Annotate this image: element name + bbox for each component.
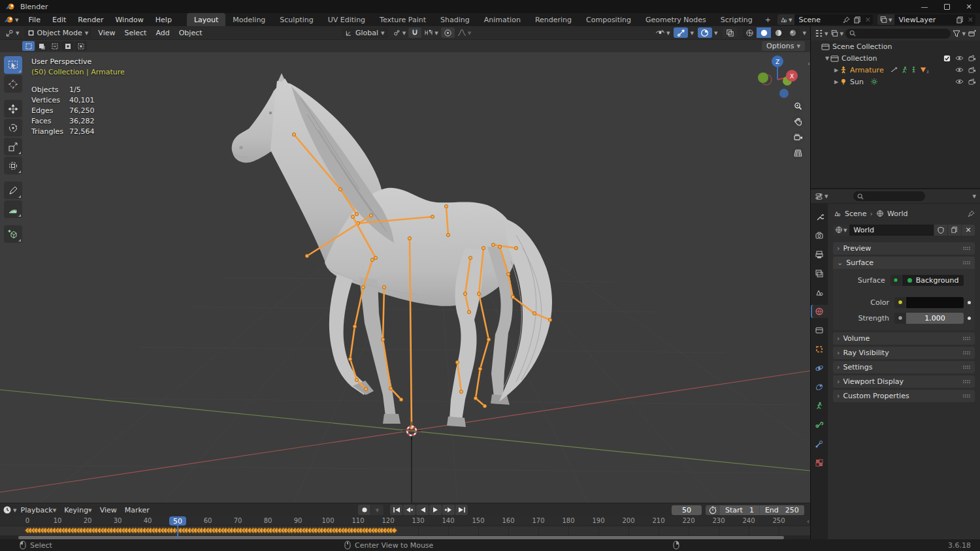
node-socket[interactable]	[894, 313, 906, 324]
timeline-editor-type-button[interactable]: ▾	[3, 505, 17, 514]
tool-move[interactable]	[4, 100, 22, 118]
new-scene-icon[interactable]	[852, 16, 863, 24]
timeline-menu-keying[interactable]: Keying ▾	[60, 506, 95, 514]
minimize-button[interactable]: —	[913, 0, 936, 13]
workspace-tab-layout[interactable]: Layout	[187, 13, 225, 26]
eye-icon[interactable]	[955, 55, 964, 61]
transform-orientation[interactable]: Global ▾	[342, 27, 388, 38]
timeline-menu-playback[interactable]: Playback ▾	[17, 506, 61, 514]
perspective-toggle-icon[interactable]	[791, 146, 805, 160]
properties-options-button[interactable]: ▾	[972, 192, 976, 200]
play-button[interactable]	[429, 505, 442, 515]
animate-dot[interactable]	[968, 301, 971, 304]
workspace-tab-geometry-nodes[interactable]: Geometry Nodes	[638, 13, 713, 26]
scene-name[interactable]: Scene	[794, 16, 841, 24]
properties-search-input[interactable]	[853, 191, 925, 201]
checkbox-icon[interactable]	[943, 55, 951, 62]
previous-keyframe-button[interactable]	[403, 505, 416, 515]
snap-target-button[interactable]: ▾	[421, 27, 441, 38]
pin-icon[interactable]	[841, 16, 852, 24]
current-frame-field[interactable]: 50	[672, 505, 702, 515]
select-mode-intersect[interactable]	[74, 41, 87, 51]
viewport-menu-object[interactable]: Object	[174, 29, 207, 37]
properties-tab-data[interactable]	[811, 400, 828, 413]
xray-toggle[interactable]	[723, 27, 737, 38]
navigation-gizmo[interactable]: Z X	[755, 54, 801, 91]
playhead-line[interactable]	[177, 525, 178, 539]
menu-edit[interactable]: Edit	[46, 13, 72, 26]
pan-hand-icon[interactable]	[791, 115, 805, 129]
field-widget-strength[interactable]: 1.000	[894, 313, 964, 324]
outliner-row-armature[interactable]: ▶Armature3	[811, 64, 980, 76]
menu-file[interactable]: File	[23, 13, 46, 26]
timeline-ruler[interactable]: 0102030405060708090100110120130140150160…	[0, 516, 810, 526]
proportional-edit-button[interactable]	[441, 27, 455, 38]
camera-icon[interactable]	[968, 78, 976, 85]
viewlayer-name[interactable]: ViewLayer	[894, 16, 955, 24]
gizmos-toggle[interactable]	[674, 27, 688, 38]
properties-tab-output[interactable]	[811, 248, 828, 261]
stopwatch-icon[interactable]	[706, 506, 720, 514]
properties-tab-texture[interactable]	[811, 456, 828, 469]
properties-tab-bone-constraint[interactable]	[811, 437, 828, 450]
drag-handle-icon[interactable]	[963, 394, 971, 398]
disclosure-down[interactable]: ▼	[824, 55, 830, 61]
drag-handle-icon[interactable]	[963, 336, 971, 341]
workspace-tab-animation[interactable]: Animation	[477, 13, 528, 26]
snap-toggle-button[interactable]	[408, 27, 421, 38]
eye-icon[interactable]	[955, 78, 964, 85]
auto-keying-button[interactable]	[358, 505, 370, 515]
remove-viewlayer-icon[interactable]: ✕	[966, 16, 975, 24]
viewport-menu-add[interactable]: Add	[151, 29, 174, 37]
workspace-tab-sculpting[interactable]: Sculpting	[272, 13, 320, 26]
disclosure-right[interactable]: ▶	[833, 79, 840, 85]
scene-selector[interactable]: ▾ Scene ✕	[777, 14, 873, 25]
playhead-frame-label[interactable]: 50	[169, 516, 186, 526]
animate-dot[interactable]	[968, 317, 971, 320]
proportional-falloff-button[interactable]: ▾	[455, 27, 474, 38]
workspace-tab-modeling[interactable]: Modeling	[225, 13, 272, 26]
panel-header-volume[interactable]: ›Volume	[833, 332, 975, 345]
outliner-search-input[interactable]	[845, 29, 951, 39]
maximize-button[interactable]	[936, 0, 958, 13]
breadcrumb-scene[interactable]: Scene	[845, 210, 867, 218]
tool-annotate[interactable]	[4, 181, 22, 199]
tool-cursor[interactable]	[4, 75, 22, 93]
panel-header-viewport-display[interactable]: ›Viewport Display	[833, 375, 975, 388]
properties-tab-physics[interactable]	[811, 362, 828, 375]
new-viewlayer-icon[interactable]	[955, 16, 966, 24]
field-widget-surface[interactable]: Background	[890, 275, 964, 286]
slider-value[interactable]: 1.000	[906, 313, 964, 324]
menu-help[interactable]: Help	[150, 13, 178, 26]
keying-set-dropdown[interactable]: ▾	[371, 505, 384, 515]
next-keyframe-button[interactable]	[442, 505, 455, 515]
properties-tab-scene[interactable]	[811, 286, 828, 299]
properties-tab-world[interactable]	[811, 305, 828, 318]
editor-type-button[interactable]: ▾	[3, 27, 22, 38]
outliner-row-sun[interactable]: ▶Sun	[811, 76, 980, 87]
panel-header-preview[interactable]: ›Preview	[833, 242, 975, 255]
node-socket[interactable]	[894, 297, 906, 308]
tool-measure[interactable]	[4, 200, 22, 218]
zoom-icon[interactable]	[791, 99, 805, 113]
camera-icon[interactable]	[968, 67, 976, 73]
color-swatch[interactable]	[906, 297, 964, 308]
select-mode-subtract[interactable]	[48, 41, 61, 51]
unlink-datablock-icon[interactable]: ✕	[962, 225, 975, 236]
show-object-types-button[interactable]: ▾	[653, 27, 673, 38]
tool-select-box[interactable]	[4, 56, 22, 74]
menu-render[interactable]: Render	[72, 13, 109, 26]
panel-header-settings[interactable]: ›Settings	[833, 361, 975, 373]
camera-view-icon[interactable]	[791, 131, 805, 144]
blender-menu-button[interactable]: ▾	[0, 13, 23, 26]
camera-icon[interactable]	[968, 55, 976, 61]
viewlayer-icon[interactable]: ▾	[877, 14, 894, 25]
world-datablock-menu[interactable]: ▾	[833, 225, 849, 236]
drag-handle-icon[interactable]	[963, 246, 971, 251]
jump-to-end-button[interactable]	[455, 505, 468, 515]
timeline-edge-toggle[interactable]: ‹	[807, 518, 809, 525]
outliner-label[interactable]: Scene Collection	[832, 42, 892, 51]
mode-selector[interactable]: Object Mode ▾	[24, 27, 92, 38]
viewport-menu-select[interactable]: Select	[120, 29, 151, 37]
outliner-editor-type-button[interactable]: ▾	[815, 29, 828, 38]
